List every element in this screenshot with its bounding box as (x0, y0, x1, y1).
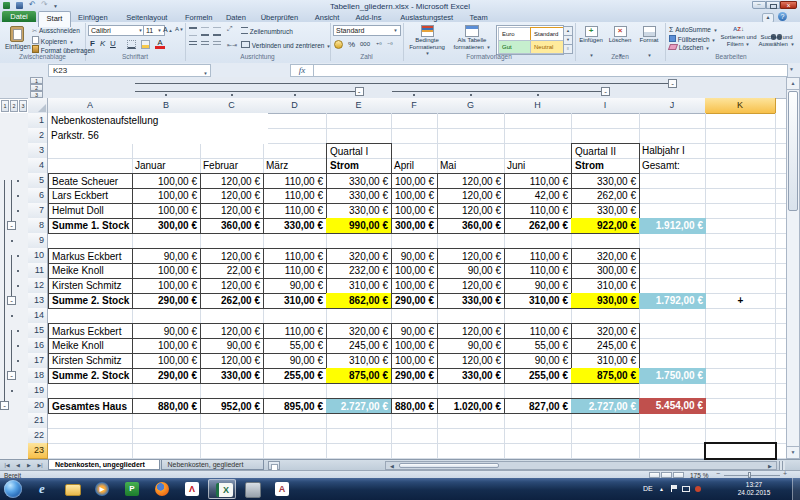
cell-E11[interactable]: 232,00 € (326, 263, 392, 279)
cell-E20[interactable]: 2.727,00 € (326, 398, 392, 414)
style-chip-euro[interactable]: Euro (498, 27, 533, 41)
cell-E3[interactable]: Quartal I (326, 143, 392, 159)
decrease-decimal-icon[interactable]: ⁻⁰ (387, 41, 393, 48)
cell-I18[interactable]: 875,00 € (571, 368, 640, 384)
row-header-9[interactable]: 9 (28, 233, 48, 249)
cell-H20[interactable]: 827,00 € (504, 398, 572, 414)
name-box[interactable]: K23▼ (48, 64, 211, 77)
format-as-table-button[interactable]: Als Tabelle formatieren ▼ (450, 25, 494, 50)
minimize-button[interactable]: – (752, 1, 766, 9)
cell-I16[interactable]: 245,00 € (571, 338, 640, 354)
row-header-8[interactable]: 8 (28, 218, 48, 234)
cell-B17[interactable]: 100,00 € (132, 353, 201, 369)
cell-A8[interactable]: Summe 1. Stock (48, 218, 133, 234)
cell-H7[interactable]: 110,00 € (504, 203, 572, 219)
collapse-stock3-button[interactable]: - (7, 371, 16, 380)
network-icon[interactable] (682, 486, 690, 492)
cell-H15[interactable]: 110,00 € (504, 323, 572, 339)
row-header-22[interactable]: 22 (28, 428, 48, 444)
cell-C7[interactable]: 120,00 € (200, 203, 264, 219)
tab-add-ins[interactable]: Add-Ins (349, 11, 388, 26)
percent-style-button[interactable]: % (348, 40, 355, 49)
sheet-tab-2[interactable]: Nebenkosten, gegliedert (161, 460, 265, 470)
cell-I17[interactable]: 310,00 € (571, 353, 640, 369)
cell-I12[interactable]: 310,00 € (571, 278, 640, 294)
file-tab[interactable]: Datei (2, 11, 36, 22)
row-header-6[interactable]: 6 (28, 188, 48, 204)
vertical-scrollbar[interactable]: ▲ ▼ (786, 77, 800, 459)
redo-icon[interactable]: ↷ (41, 0, 48, 9)
cell-H17[interactable]: 90,00 € (504, 353, 572, 369)
zoom-out-icon[interactable]: − (716, 470, 720, 477)
next-sheet-icon[interactable]: ▶ (24, 461, 34, 470)
vertical-scroll-thumb[interactable] (788, 91, 798, 211)
cell-I13[interactable]: 930,00 € (571, 293, 640, 309)
find-select-button[interactable]: Suchen und Auswählen ▼ (758, 25, 795, 47)
collapse-stock1-button[interactable]: - (7, 221, 16, 230)
cell-A17[interactable]: Kirsten Schmitz (48, 353, 133, 369)
start-button[interactable] (4, 480, 22, 498)
cell-E15[interactable]: 320,00 € (326, 323, 392, 339)
cell-I3[interactable]: Quartal II (571, 143, 640, 159)
cell-B8[interactable]: 300,00 € (132, 218, 201, 234)
cell-J13[interactable]: 1.792,00 € (639, 293, 706, 309)
cell-F16[interactable]: 100,00 € (391, 338, 438, 354)
increase-decimal-icon[interactable]: ⁺⁰ (376, 41, 382, 48)
clear-button[interactable]: Löschen ▼ (669, 44, 710, 51)
cell-G7[interactable]: 120,00 € (437, 203, 505, 219)
internet-explorer-taskbar-button[interactable]: e (28, 479, 56, 499)
column-header-E[interactable]: E (326, 98, 392, 114)
cell-H18[interactable]: 255,00 € (504, 368, 572, 384)
autosum-button[interactable]: Σ AutoSumme ▼ (669, 26, 718, 33)
cell-G17[interactable]: 120,00 € (437, 353, 505, 369)
cell-E6[interactable]: 330,00 € (326, 188, 392, 204)
tab-start[interactable]: Start (38, 11, 71, 27)
scroll-up-icon[interactable]: ▲ (787, 78, 799, 90)
wrap-text-button[interactable]: Zeilenumbruch (241, 27, 293, 35)
cell-G4[interactable]: Mai (437, 158, 505, 174)
collapse-quartal2-button[interactable]: - (601, 87, 610, 96)
row-header-20[interactable]: 20 (28, 398, 48, 414)
row-header-3[interactable]: 3 (28, 143, 48, 159)
underline-button[interactable]: U (110, 39, 116, 48)
collapse-haus-button[interactable]: - (0, 401, 9, 410)
cell-B18[interactable]: 290,00 € (132, 368, 201, 384)
insert-function-button[interactable]: fx (290, 64, 314, 77)
collapse-stock2-button[interactable]: - (7, 296, 16, 305)
row-header-21[interactable]: 21 (28, 413, 48, 429)
cell-I10[interactable]: 320,00 € (571, 248, 640, 264)
cell-H5[interactable]: 110,00 € (504, 173, 572, 189)
last-sheet-icon[interactable]: ▶| (35, 461, 45, 470)
grow-font-button[interactable]: A▲ (163, 26, 173, 33)
excel-logo-icon[interactable] (3, 2, 10, 9)
formula-input[interactable] (313, 64, 788, 77)
style-chip-standard[interactable]: Standard (530, 27, 565, 41)
column-header-F[interactable]: F (391, 98, 438, 114)
tab-seitenlayout[interactable]: Seitenlayout (117, 11, 177, 26)
row-header-19[interactable]: 19 (28, 383, 48, 399)
fill-color-icon[interactable] (141, 40, 150, 49)
cell-A11[interactable]: Meike Knoll (48, 263, 133, 279)
align-left-icon[interactable] (189, 41, 197, 47)
column-header-J[interactable]: J (639, 98, 706, 114)
cell-J18[interactable]: 1.750,00 € (639, 368, 706, 384)
italic-button[interactable]: K (100, 39, 105, 48)
cell-H13[interactable]: 310,00 € (504, 293, 572, 309)
tab--berpr-fen[interactable]: Überprüfen (253, 11, 305, 26)
cell-C13[interactable]: 262,00 € (200, 293, 264, 309)
cell-D10[interactable]: 110,00 € (263, 248, 327, 264)
cell-F5[interactable]: 100,00 € (391, 173, 438, 189)
horizontal-scrollbar[interactable]: ◀ ▶ (385, 461, 777, 470)
cell-D16[interactable]: 55,00 € (263, 338, 327, 354)
cell-I20[interactable]: 2.727,00 € (571, 398, 640, 414)
cell-I4[interactable]: Strom (571, 158, 640, 174)
cut-button[interactable]: ✂ Ausschneiden (32, 27, 80, 35)
cell-A20[interactable]: Gesamtes Haus (48, 398, 133, 414)
cell-H4[interactable]: Juni (504, 158, 572, 174)
cell-B11[interactable]: 100,00 € (132, 263, 201, 279)
help-icon[interactable]: ? (778, 12, 787, 21)
comma-style-button[interactable]: 000 (360, 41, 370, 47)
cell-G11[interactable]: 90,00 € (437, 263, 505, 279)
orientation-icon[interactable]: ⤢ (227, 25, 233, 33)
generic-app-taskbar-button[interactable] (238, 479, 266, 499)
